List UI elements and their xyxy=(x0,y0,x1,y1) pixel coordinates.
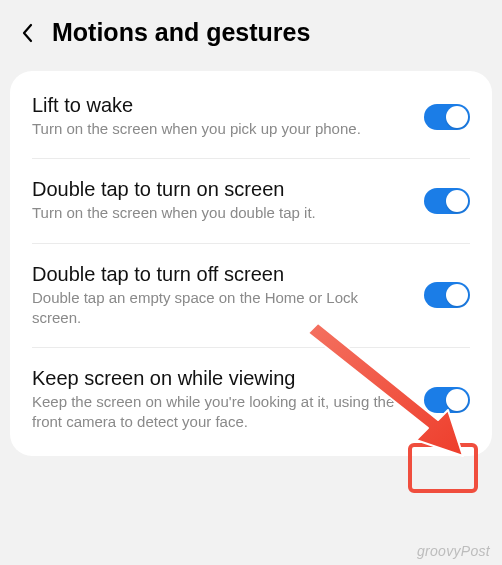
setting-lift-to-wake[interactable]: Lift to wake Turn on the screen when you… xyxy=(10,75,492,158)
setting-title: Double tap to turn on screen xyxy=(32,178,408,201)
setting-double-tap-on[interactable]: Double tap to turn on screen Turn on the… xyxy=(10,159,492,242)
setting-keep-screen-on[interactable]: Keep screen on while viewing Keep the sc… xyxy=(10,348,492,452)
setting-desc: Turn on the screen when you double tap i… xyxy=(32,203,408,223)
setting-text: Lift to wake Turn on the screen when you… xyxy=(32,94,408,139)
page-title: Motions and gestures xyxy=(52,18,310,47)
settings-card: Lift to wake Turn on the screen when you… xyxy=(10,71,492,456)
setting-title: Lift to wake xyxy=(32,94,408,117)
toggle-switch[interactable] xyxy=(424,387,470,413)
setting-desc: Turn on the screen when you pick up your… xyxy=(32,119,408,139)
back-icon[interactable] xyxy=(20,22,34,44)
setting-double-tap-off[interactable]: Double tap to turn off screen Double tap… xyxy=(10,244,492,348)
setting-desc: Keep the screen on while you're looking … xyxy=(32,392,408,433)
toggle-switch[interactable] xyxy=(424,188,470,214)
header: Motions and gestures xyxy=(0,0,502,63)
setting-text: Double tap to turn off screen Double tap… xyxy=(32,263,408,329)
setting-title: Keep screen on while viewing xyxy=(32,367,408,390)
setting-title: Double tap to turn off screen xyxy=(32,263,408,286)
setting-text: Double tap to turn on screen Turn on the… xyxy=(32,178,408,223)
setting-desc: Double tap an empty space on the Home or… xyxy=(32,288,408,329)
toggle-switch[interactable] xyxy=(424,282,470,308)
setting-text: Keep screen on while viewing Keep the sc… xyxy=(32,367,408,433)
watermark: groovyPost xyxy=(417,543,490,559)
toggle-switch[interactable] xyxy=(424,104,470,130)
